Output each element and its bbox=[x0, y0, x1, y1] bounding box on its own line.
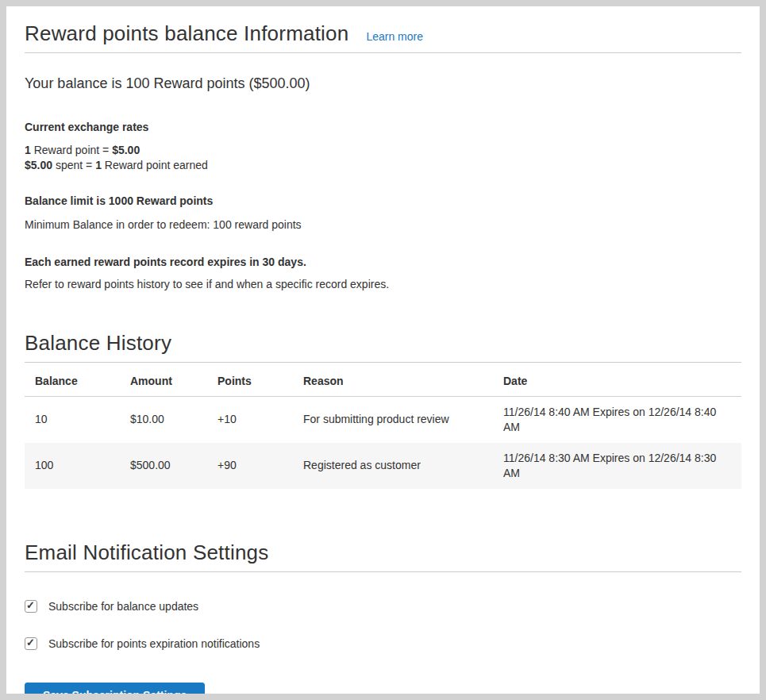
column-header-balance: Balance bbox=[25, 363, 120, 397]
cell-balance: 100 bbox=[25, 443, 120, 489]
balance-history-table: Balance Amount Points Reason Date 10 $10… bbox=[25, 363, 741, 489]
column-header-date: Date bbox=[493, 363, 741, 397]
balance-updates-checkbox[interactable] bbox=[25, 600, 37, 613]
rate-points-value: 1 bbox=[95, 159, 102, 171]
exchange-rate-line: $5.00 spent = 1 Reward point earned bbox=[25, 158, 741, 173]
expiration-line: Each earned reward points record expires… bbox=[25, 255, 741, 270]
rate-points-value: 1 bbox=[25, 144, 31, 156]
cell-date: 11/26/14 8:30 AM Expires on 12/26/14 8:3… bbox=[493, 443, 741, 489]
points-expiration-checkbox[interactable] bbox=[25, 637, 37, 650]
learn-more-link[interactable]: Learn more bbox=[366, 30, 423, 43]
cell-balance: 10 bbox=[25, 396, 120, 443]
rate-money-value: $5.00 bbox=[112, 144, 140, 156]
column-header-reason: Reason bbox=[293, 363, 493, 397]
rate-money-value: $5.00 bbox=[25, 159, 52, 171]
reward-points-panel: Reward points balance Information Learn … bbox=[6, 6, 760, 694]
cell-points: +90 bbox=[207, 443, 293, 489]
table-row: 10 $10.00 +10 For submitting product rev… bbox=[25, 396, 741, 443]
rate-text: spent = bbox=[52, 159, 95, 171]
column-header-amount: Amount bbox=[120, 363, 207, 397]
cell-reason: For submitting product review bbox=[293, 396, 493, 443]
cell-reason: Registered as customer bbox=[293, 443, 493, 489]
balance-history-heading: Balance History bbox=[25, 332, 741, 363]
cell-points: +10 bbox=[207, 396, 293, 443]
points-expiration-label[interactable]: Subscribe for points expiration notifica… bbox=[48, 637, 260, 652]
table-header-row: Balance Amount Points Reason Date bbox=[25, 363, 741, 397]
minimum-balance-line: Minimum Balance in order to redeem: 100 … bbox=[25, 217, 741, 233]
balance-summary: Your balance is 100 Reward points ($500.… bbox=[25, 74, 741, 93]
save-subscription-settings-button[interactable]: Save Subscription Settings bbox=[25, 683, 205, 694]
column-header-points: Points bbox=[207, 363, 293, 397]
page-title: Reward points balance Information bbox=[25, 22, 348, 45]
balance-updates-option: Subscribe for balance updates bbox=[25, 599, 741, 614]
cell-date: 11/26/14 8:40 AM Expires on 12/26/14 8:4… bbox=[493, 396, 741, 443]
points-expiration-option: Subscribe for points expiration notifica… bbox=[25, 637, 741, 652]
cell-amount: $10.00 bbox=[120, 396, 207, 443]
table-row: 100 $500.00 +90 Registered as customer 1… bbox=[25, 443, 741, 489]
exchange-rate-line: 1 Reward point = $5.00 bbox=[25, 143, 741, 158]
balance-updates-label[interactable]: Subscribe for balance updates bbox=[48, 599, 198, 614]
exchange-rates: 1 Reward point = $5.00 $5.00 spent = 1 R… bbox=[25, 143, 741, 173]
cell-amount: $500.00 bbox=[120, 443, 207, 489]
email-notification-heading: Email Notification Settings bbox=[25, 541, 741, 572]
balance-limit-line: Balance limit is 1000 Reward points bbox=[25, 194, 741, 209]
exchange-rates-heading: Current exchange rates bbox=[25, 120, 741, 135]
page-header: Reward points balance Information Learn … bbox=[25, 6, 741, 53]
expiration-note-line: Refer to reward points history to see if… bbox=[25, 277, 741, 292]
rate-text: Reward point earned bbox=[102, 159, 208, 171]
rate-text: Reward point = bbox=[31, 144, 112, 156]
